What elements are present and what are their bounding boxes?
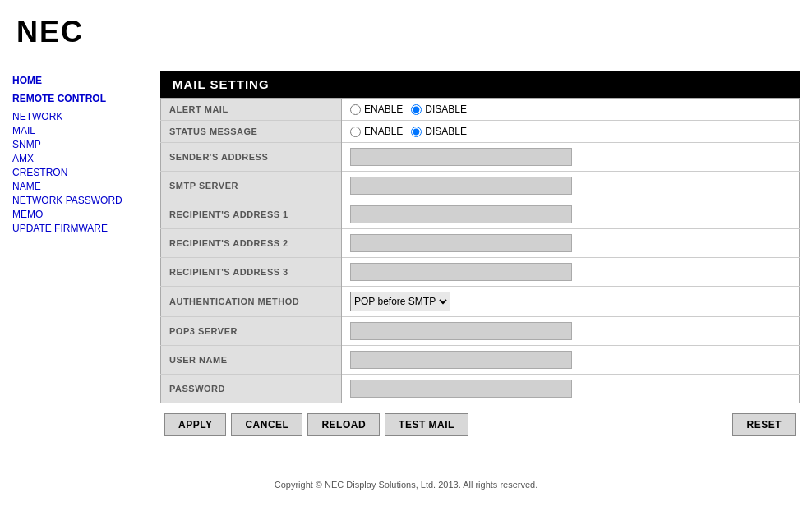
sidebar: HOMEREMOTE CONTROLNETWORKMAILSNMPAMXCRES… xyxy=(0,58,156,458)
cancel-button[interactable]: CANCEL xyxy=(231,413,302,436)
value-recipients-address-1[interactable] xyxy=(342,200,800,229)
buttons-row: APPLY CANCEL RELOAD TEST MAIL RESET xyxy=(160,403,800,446)
section-title: MAIL SETTING xyxy=(160,71,800,98)
reset-button[interactable]: RESET xyxy=(732,413,796,436)
radio-status-message-disable[interactable] xyxy=(411,127,422,137)
reload-button[interactable]: RELOAD xyxy=(307,413,380,436)
value-password[interactable] xyxy=(342,375,800,403)
label-senders-address: SENDER'S ADDRESS xyxy=(161,143,342,172)
value-pop3-server[interactable] xyxy=(342,317,800,346)
label-authentication-method: AUTHENTICATION METHOD xyxy=(161,287,342,317)
row-recipients-address-3: RECIPIENT'S ADDRESS 3 xyxy=(161,258,800,287)
sidebar-item-update-firmware[interactable]: UPDATE FIRMWARE xyxy=(12,223,144,234)
radio-status-message-enable[interactable] xyxy=(350,127,361,137)
sidebar-item-crestron[interactable]: CRESTRON xyxy=(12,167,144,178)
label-status-message: STATUS MESSAGE xyxy=(161,121,342,143)
settings-table: ALERT MAIL ENABLE DISABLESTATUS MESSAGE … xyxy=(160,98,800,403)
row-user-name: USER NAME xyxy=(161,346,800,375)
input-user-name[interactable] xyxy=(350,351,572,369)
nec-logo: NEC xyxy=(16,15,796,49)
label-pop3-server: POP3 SERVER xyxy=(161,317,342,346)
radio-label-status-message-enable[interactable]: ENABLE xyxy=(350,126,403,137)
input-recipients-address-2[interactable] xyxy=(350,234,572,252)
label-alert-mail: ALERT MAIL xyxy=(161,99,342,121)
sidebar-item-memo[interactable]: MEMO xyxy=(12,209,144,220)
row-status-message: STATUS MESSAGE ENABLE DISABLE xyxy=(161,121,800,143)
sidebar-item-remote-control[interactable]: REMOTE CONTROL xyxy=(12,93,144,104)
sidebar-item-home[interactable]: HOME xyxy=(12,75,144,86)
sidebar-item-mail[interactable]: MAIL xyxy=(12,125,144,136)
row-pop3-server: POP3 SERVER xyxy=(161,317,800,346)
label-recipients-address-1: RECIPIENT'S ADDRESS 1 xyxy=(161,200,342,229)
input-pop3-server[interactable] xyxy=(350,322,572,340)
row-authentication-method: AUTHENTICATION METHODPOP before SMTPSMTP… xyxy=(161,287,800,317)
radio-alert-mail-disable[interactable] xyxy=(411,104,422,115)
radio-label-alert-mail-disable[interactable]: DISABLE xyxy=(411,104,467,115)
sidebar-item-network-password[interactable]: NETWORK PASSWORD xyxy=(12,195,144,206)
radio-label-status-message-disable[interactable]: DISABLE xyxy=(411,126,467,137)
sidebar-item-name[interactable]: NAME xyxy=(12,181,144,192)
radio-label-alert-mail-enable[interactable]: ENABLE xyxy=(350,104,403,115)
label-smtp-server: SMTP SERVER xyxy=(161,172,342,200)
value-status-message: ENABLE DISABLE xyxy=(342,121,800,143)
value-senders-address[interactable] xyxy=(342,143,800,172)
row-senders-address: SENDER'S ADDRESS xyxy=(161,143,800,172)
row-alert-mail: ALERT MAIL ENABLE DISABLE xyxy=(161,99,800,121)
test-mail-button[interactable]: TEST MAIL xyxy=(385,413,468,436)
sidebar-item-snmp[interactable]: SNMP xyxy=(12,139,144,150)
label-user-name: USER NAME xyxy=(161,346,342,375)
label-recipients-address-3: RECIPIENT'S ADDRESS 3 xyxy=(161,258,342,287)
input-recipients-address-1[interactable] xyxy=(350,205,572,223)
value-recipients-address-3[interactable] xyxy=(342,258,800,287)
row-smtp-server: SMTP SERVER xyxy=(161,172,800,200)
sidebar-item-amx[interactable]: AMX xyxy=(12,153,144,164)
input-smtp-server[interactable] xyxy=(350,177,572,195)
input-recipients-address-3[interactable] xyxy=(350,263,572,281)
apply-button[interactable]: APPLY xyxy=(164,413,226,436)
row-password: PASSWORD xyxy=(161,375,800,403)
value-user-name[interactable] xyxy=(342,346,800,375)
value-smtp-server[interactable] xyxy=(342,172,800,200)
value-authentication-method: POP before SMTPSMTP AUTHNone xyxy=(342,287,800,317)
sidebar-item-network[interactable]: NETWORK xyxy=(12,111,144,122)
row-recipients-address-2: RECIPIENT'S ADDRESS 2 xyxy=(161,229,800,258)
radio-alert-mail-enable[interactable] xyxy=(350,104,361,115)
row-recipients-address-1: RECIPIENT'S ADDRESS 1 xyxy=(161,200,800,229)
footer-copyright: Copyright © NEC Display Solutions, Ltd. … xyxy=(275,480,538,490)
main-content: MAIL SETTING ALERT MAIL ENABLE DISABLEST… xyxy=(156,58,812,458)
value-alert-mail: ENABLE DISABLE xyxy=(342,99,800,121)
select-authentication-method[interactable]: POP before SMTPSMTP AUTHNone xyxy=(350,292,450,311)
label-recipients-address-2: RECIPIENT'S ADDRESS 2 xyxy=(161,229,342,258)
input-password[interactable] xyxy=(350,380,572,398)
input-senders-address[interactable] xyxy=(350,148,572,166)
label-password: PASSWORD xyxy=(161,375,342,403)
value-recipients-address-2[interactable] xyxy=(342,229,800,258)
